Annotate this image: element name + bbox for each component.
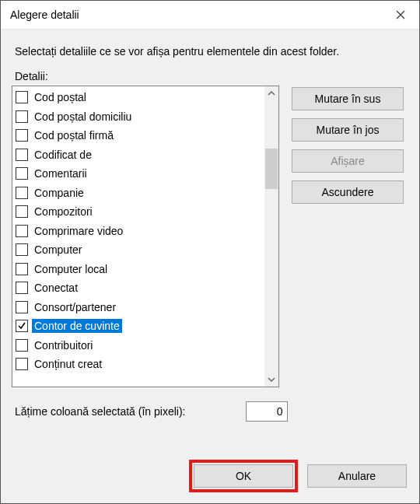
list-item[interactable]: Companie (12, 184, 264, 203)
list-item-label: Contribuitori (32, 338, 95, 352)
list-item[interactable]: Contribuitori (12, 336, 264, 355)
checkbox[interactable] (16, 110, 28, 123)
move-up-button[interactable]: Mutare în sus (292, 87, 404, 110)
list-item-label: Consort/partener (32, 300, 118, 314)
list-item-label: Compozitori (32, 205, 95, 219)
checkbox[interactable] (16, 167, 28, 180)
instruction-text: Selectați detaliile ce se vor afișa pent… (15, 45, 405, 58)
checkbox[interactable] (16, 339, 28, 352)
checkbox[interactable] (16, 129, 28, 142)
checkbox[interactable] (16, 320, 28, 332)
scroll-up-button[interactable] (264, 86, 278, 100)
list-item[interactable]: Comprimare video (12, 222, 264, 241)
list-item-label: Contor de cuvinte (32, 319, 122, 333)
list-item[interactable]: Consort/partener (12, 298, 264, 317)
scroll-thumb[interactable] (265, 149, 278, 189)
main-row: Cod poștalCod poștal domiciliuCod poștal… (12, 86, 408, 387)
checkbox[interactable] (16, 149, 28, 161)
list-item-label: Conținut creat (32, 357, 104, 371)
scroll-down-button[interactable] (264, 373, 278, 387)
window-title: Alegere detalii (10, 9, 79, 21)
list-item[interactable]: Comentarii (12, 164, 264, 184)
chevron-up-icon (268, 89, 275, 97)
footer-buttons: OK Anulare (189, 460, 407, 492)
column-width-label: Lățime coloană selectată (în pixeli): (15, 405, 185, 418)
checkbox[interactable] (16, 243, 28, 256)
list-item[interactable]: Compozitori (12, 202, 264, 222)
move-down-button[interactable]: Mutare în jos (292, 118, 404, 142)
details-label: Detalii: (15, 70, 408, 82)
list-item-label: Computer (32, 243, 84, 257)
close-icon (396, 10, 405, 19)
list-item[interactable]: Cod poștal domiciliu (12, 107, 264, 127)
side-buttons: Mutare în sus Mutare în jos Afișare Ascu… (292, 87, 404, 204)
check-icon (17, 321, 26, 331)
checkbox[interactable] (16, 187, 28, 199)
titlebar: Alegere detalii (1, 1, 419, 30)
list-item-label: Comentarii (32, 166, 89, 180)
list-item[interactable]: Computer local (12, 260, 264, 279)
list-item-label: Computer local (32, 262, 110, 276)
checkbox[interactable] (16, 358, 28, 370)
close-button[interactable] (382, 1, 419, 30)
list-item-label: Cod poștal domiciliu (32, 110, 134, 124)
list-item-label: Codificat de (32, 148, 94, 162)
list-item[interactable]: Computer (12, 240, 264, 260)
list-item[interactable]: Cod poștal firmă (12, 126, 264, 145)
dialog-window: Alegere detalii Selectați detaliile ce s… (0, 0, 420, 504)
ok-button[interactable]: OK (194, 464, 293, 488)
list-item-label: Conectat (32, 281, 80, 295)
list-item[interactable]: Conținut creat (12, 355, 264, 374)
checkbox[interactable] (16, 263, 28, 275)
list-item-label: Companie (32, 186, 86, 200)
checkbox[interactable] (16, 301, 28, 313)
details-listbox[interactable]: Cod poștalCod poștal domiciliuCod poștal… (12, 86, 279, 387)
checkbox[interactable] (16, 225, 28, 237)
checkbox[interactable] (16, 282, 28, 294)
ok-highlight: OK (189, 460, 298, 492)
checkbox[interactable] (16, 91, 28, 103)
list-item[interactable]: Conectat (12, 278, 264, 298)
width-row: Lățime coloană selectată (în pixeli): (15, 401, 408, 422)
show-button[interactable]: Afișare (292, 149, 404, 173)
cancel-button[interactable]: Anulare (307, 464, 407, 488)
chevron-down-icon (268, 376, 275, 383)
column-width-input[interactable] (246, 401, 288, 422)
list-item-label: Cod poștal (32, 90, 89, 104)
hide-button[interactable]: Ascundere (292, 180, 404, 204)
scrollbar[interactable] (264, 86, 278, 387)
list-item[interactable]: Codificat de (12, 145, 264, 165)
list-inner: Cod poștalCod poștal domiciliuCod poștal… (12, 86, 264, 387)
list-item[interactable]: Cod poștal (12, 88, 264, 107)
client-area: Selectați detaliile ce se vor afișa pent… (1, 30, 419, 503)
list-item-label: Comprimare video (32, 224, 125, 238)
checkbox[interactable] (16, 205, 28, 218)
scroll-track[interactable] (264, 100, 278, 373)
list-item[interactable]: Contor de cuvinte (12, 317, 264, 336)
list-item-label: Cod poștal firmă (32, 128, 116, 142)
